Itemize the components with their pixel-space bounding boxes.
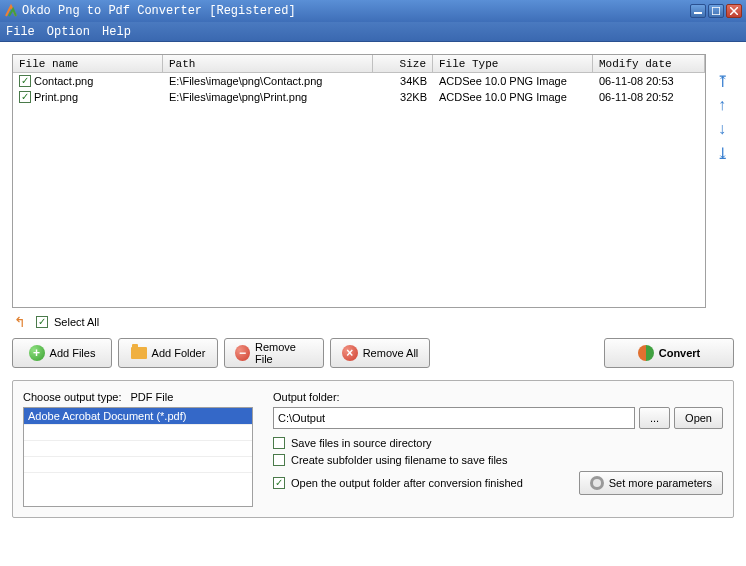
open-folder-button[interactable]: Open — [674, 407, 723, 429]
file-table: File name Path Size File Type Modify dat… — [12, 54, 706, 308]
create-subfolder-label: Create subfolder using filename to save … — [291, 454, 507, 466]
table-header: File name Path Size File Type Modify dat… — [13, 55, 705, 73]
more-parameters-button[interactable]: Set more parameters — [579, 471, 723, 495]
create-subfolder-checkbox[interactable] — [273, 454, 285, 466]
output-type-list[interactable]: Adobe Acrobat Document (*.pdf) — [23, 407, 253, 507]
convert-icon — [638, 345, 654, 361]
move-bottom-button[interactable]: ⤓ — [712, 144, 732, 162]
cell-type: ACDSee 10.0 PNG Image — [433, 75, 593, 87]
cell-date: 06-11-08 20:53 — [593, 75, 705, 87]
menu-help[interactable]: Help — [102, 25, 131, 39]
move-up-button[interactable]: ↑ — [712, 96, 732, 114]
row-checkbox[interactable] — [19, 75, 31, 87]
col-size[interactable]: Size — [373, 55, 433, 72]
add-files-button[interactable]: + Add Files — [12, 338, 112, 368]
x-icon: × — [342, 345, 358, 361]
close-button[interactable] — [726, 4, 742, 18]
move-down-button[interactable]: ↓ — [712, 120, 732, 138]
reorder-buttons: ⤒ ↑ ↓ ⤓ — [710, 54, 734, 308]
svg-rect-1 — [712, 7, 720, 15]
folder-icon — [131, 347, 147, 359]
output-panel: Choose output type: PDF File Adobe Acrob… — [12, 380, 734, 518]
table-row[interactable]: Print.pngE:\Files\image\png\Print.png32K… — [13, 89, 705, 105]
browse-button[interactable]: ... — [639, 407, 670, 429]
cell-path: E:\Files\image\png\Print.png — [163, 91, 373, 103]
menu-option[interactable]: Option — [47, 25, 90, 39]
return-icon: ↰ — [14, 314, 26, 330]
save-source-label: Save files in source directory — [291, 437, 432, 449]
output-folder-input[interactable] — [273, 407, 635, 429]
minimize-button[interactable] — [690, 4, 706, 18]
open-after-checkbox[interactable] — [273, 477, 285, 489]
remove-file-button[interactable]: − Remove File — [224, 338, 324, 368]
titlebar: Okdo Png to Pdf Converter [Registered] — [0, 0, 746, 22]
save-source-checkbox[interactable] — [273, 437, 285, 449]
cell-path: E:\Files\image\png\Contact.png — [163, 75, 373, 87]
output-folder-label: Output folder: — [273, 391, 723, 403]
svg-rect-0 — [694, 12, 702, 14]
output-type-sublabel: PDF File — [131, 391, 174, 403]
cell-date: 06-11-08 20:52 — [593, 91, 705, 103]
select-all-label: Select All — [54, 316, 99, 328]
menubar: File Option Help — [0, 22, 746, 42]
output-type-item[interactable]: Adobe Acrobat Document (*.pdf) — [24, 408, 252, 424]
window-title: Okdo Png to Pdf Converter [Registered] — [22, 4, 690, 18]
row-checkbox[interactable] — [19, 91, 31, 103]
convert-button[interactable]: Convert — [604, 338, 734, 368]
plus-icon: + — [29, 345, 45, 361]
cell-filename: Print.png — [34, 91, 78, 103]
maximize-button[interactable] — [708, 4, 724, 18]
table-row[interactable]: Contact.pngE:\Files\image\png\Contact.pn… — [13, 73, 705, 89]
col-path[interactable]: Path — [163, 55, 373, 72]
col-date[interactable]: Modify date — [593, 55, 705, 72]
select-all-checkbox[interactable] — [36, 316, 48, 328]
minus-icon: − — [235, 345, 250, 361]
output-type-label: Choose output type: — [23, 391, 121, 403]
gear-icon — [590, 476, 604, 490]
open-after-label: Open the output folder after conversion … — [291, 477, 523, 489]
add-folder-button[interactable]: Add Folder — [118, 338, 218, 368]
menu-file[interactable]: File — [6, 25, 35, 39]
cell-size: 34KB — [373, 75, 433, 87]
cell-filename: Contact.png — [34, 75, 93, 87]
col-filename[interactable]: File name — [13, 55, 163, 72]
cell-type: ACDSee 10.0 PNG Image — [433, 91, 593, 103]
remove-all-button[interactable]: × Remove All — [330, 338, 430, 368]
cell-size: 32KB — [373, 91, 433, 103]
app-logo-icon — [4, 4, 18, 18]
col-type[interactable]: File Type — [433, 55, 593, 72]
move-top-button[interactable]: ⤒ — [712, 72, 732, 90]
